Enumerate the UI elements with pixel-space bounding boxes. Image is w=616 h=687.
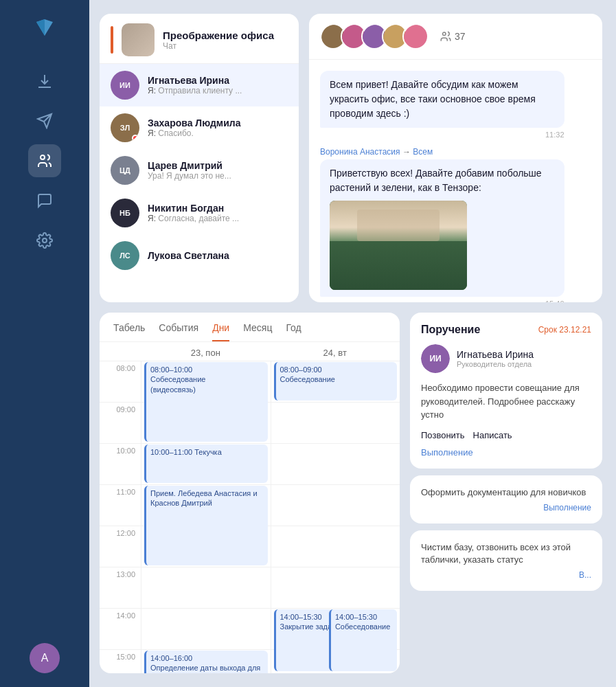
calendar-grid: 08:00 09:00 10:00 11:00 12:00 13:00 14:0… <box>100 361 400 673</box>
assignee-name: Игнатьева Ирина <box>457 349 534 360</box>
contact-name: Царев Дмитрий <box>148 160 288 171</box>
sidebar-item-download[interactable] <box>28 65 61 98</box>
avatar: ЦД <box>111 156 139 185</box>
contact-name: Игнатьева Ирина <box>148 75 288 86</box>
task-description: Необходимо провести совещание для руково… <box>421 381 591 422</box>
task-card: Чистим базу, отзвонить всех из этой табл… <box>410 530 602 591</box>
calendar-day-0: 08:00–10:00Собеседование(видеосвязь) 10:… <box>141 361 271 673</box>
chat-group-avatar <box>122 23 155 56</box>
time-slot: 10:00 <box>100 443 141 484</box>
avatar-image: А <box>30 643 60 673</box>
calendar-day-1: 08:00–09:00Собеседование 14:00–15:30Закр… <box>271 361 400 673</box>
member-count: 37 <box>440 30 466 43</box>
message-author: Воронина Анастасия → Всем <box>320 147 564 157</box>
sidebar-item-settings[interactable] <box>28 224 61 257</box>
time-slot: 13:00 <box>100 567 141 608</box>
time-slot: 09:00 <box>100 402 141 443</box>
sidebar-nav <box>28 65 61 643</box>
message-bubble: Всем привет! Давайте обсудим как можем у… <box>320 71 564 139</box>
top-row: Преображение офиса Чат ИИ Игнатьева Ирин… <box>100 14 602 302</box>
calendar-body: 23, пон 24, вт 08:00 09:00 10:00 11:00 1… <box>100 342 400 673</box>
chat-content-panel: 37 Всем привет! Давайте обсудим как може… <box>309 14 602 302</box>
deadline-label: Срок <box>538 325 560 335</box>
message-time: 11:32 <box>320 131 564 139</box>
participant-avatars <box>320 23 423 49</box>
time-slot: 08:00 <box>100 361 141 402</box>
list-item[interactable]: ЛС Лукова Светлана <box>100 234 299 277</box>
chat-group-title: Преображение офиса <box>163 30 288 41</box>
assignee-avatar: ИИ <box>421 344 450 373</box>
tab-tabel[interactable]: Табель <box>113 322 145 341</box>
members-icon <box>440 30 452 43</box>
task-status[interactable]: Выполнение <box>421 503 591 513</box>
chat-list-panel: Преображение офиса Чат ИИ Игнатьева Ирин… <box>100 14 299 302</box>
calendar-header-row: 23, пон 24, вт <box>100 342 400 361</box>
member-count-number: 37 <box>455 31 466 42</box>
avatar: ИИ <box>111 71 139 100</box>
sidebar-item-send[interactable] <box>28 104 61 137</box>
main-content: Преображение офиса Чат ИИ Игнатьева Ирин… <box>89 0 616 687</box>
calendar-event[interactable]: 08:00–10:00Собеседование(видеосвязь) <box>144 362 268 442</box>
task-card-header: Поручение Срок 23.12.21 <box>421 324 591 336</box>
message-text: Приветствую всех! Давайте добавим поболь… <box>320 159 564 297</box>
message-preview: Я: Согласна, давайте ... <box>148 214 288 223</box>
day-header-1: 24, вт <box>271 348 400 358</box>
tab-month[interactable]: Месяц <box>243 322 272 341</box>
contact-name: Захарова Людмила <box>148 117 288 128</box>
message-preview: Я: Спасибо. <box>148 128 288 138</box>
task-assignee: ИИ Игнатьева Ирина Руководитель отдела <box>421 344 591 373</box>
calendar-event[interactable]: 14:00–16:00Определение даты выхода для н… <box>144 651 268 673</box>
task-status[interactable]: Выполнение <box>421 447 591 458</box>
sidebar-item-contacts[interactable] <box>28 144 61 177</box>
calendar-tabs: Табель События Дни Месяц Год <box>100 313 400 342</box>
avatar: НБ <box>111 199 139 227</box>
task-actions: Позвонить Написать <box>421 430 591 440</box>
chat-messages: Всем привет! Давайте обсудим как можем у… <box>309 60 602 302</box>
day-header-0: 23, пон <box>141 348 271 358</box>
message-preview: Я: Отправила клиенту ... <box>148 86 288 95</box>
chat-header: 37 <box>309 14 602 60</box>
calendar-event[interactable]: 08:00–09:00Собеседование <box>274 362 398 401</box>
call-button[interactable]: Позвонить <box>421 430 465 440</box>
calendar-panel: Табель События Дни Месяц Год 23, пон 24,… <box>100 313 400 673</box>
user-avatar[interactable]: А <box>30 643 60 673</box>
write-button[interactable]: Написать <box>473 430 512 440</box>
calendar-event[interactable]: 10:00–11:00 Текучка <box>144 444 268 483</box>
calendar-scroll[interactable]: 08:00 09:00 10:00 11:00 12:00 13:00 14:0… <box>100 361 400 673</box>
task-status[interactable]: В... <box>421 570 591 580</box>
svg-point-0 <box>41 155 45 159</box>
avatar: ЗЛ <box>111 113 139 142</box>
online-indicator <box>132 135 139 142</box>
contact-name: Лукова Светлана <box>148 250 288 261</box>
list-item[interactable]: ЦД Царев Дмитрий Ура! Я думал это не... <box>100 149 299 192</box>
task-deadline: Срок 23.12.21 <box>538 325 591 335</box>
avatar <box>402 23 429 49</box>
app-logo[interactable] <box>30 14 60 44</box>
time-slot: 15:00 <box>100 649 141 673</box>
calendar-event[interactable]: 14:00–15:30Собеседование <box>329 609 397 671</box>
sidebar-item-chat[interactable] <box>28 184 61 217</box>
task-card: Оформить документацию для новичков Выпол… <box>410 475 602 523</box>
assignee-role: Руководитель отдела <box>457 360 534 368</box>
tab-year[interactable]: Год <box>286 322 301 341</box>
avatar: ЛС <box>111 241 139 270</box>
task-card-main: Поручение Срок 23.12.21 ИИ Игнатьева Ири… <box>410 313 602 469</box>
calendar-event[interactable]: Прием. Лебедева Анастасия и Краснов Дмит… <box>144 486 268 565</box>
message-time: 15:40 <box>320 300 564 302</box>
tab-days[interactable]: Дни <box>212 322 229 341</box>
list-item[interactable]: ИИ Игнатьева Ирина Я: Отправила клиенту … <box>100 64 299 106</box>
svg-point-2 <box>443 32 446 36</box>
message-image <box>330 201 467 290</box>
bottom-row: Табель События Дни Месяц Год 23, пон 24,… <box>100 313 602 673</box>
task-text: Чистим базу, отзвонить всех из этой табл… <box>421 541 591 566</box>
task-title: Поручение <box>421 324 480 336</box>
message-bubble: Воронина Анастасия → Всем Приветствую вс… <box>320 147 564 302</box>
time-slot: 11:00 <box>100 484 141 526</box>
sidebar: А <box>0 0 89 687</box>
list-item[interactable]: ЗЛ Захарова Людмила Я: Спасибо. <box>100 106 299 149</box>
calendar-days: 08:00–10:00Собеседование(видеосвязь) 10:… <box>141 361 400 673</box>
time-column: 08:00 09:00 10:00 11:00 12:00 13:00 14:0… <box>100 361 141 673</box>
tasks-panel: Поручение Срок 23.12.21 ИИ Игнатьева Ири… <box>410 313 602 673</box>
tab-events[interactable]: События <box>159 322 198 341</box>
list-item[interactable]: НБ Никитин Богдан Я: Согласна, давайте .… <box>100 192 299 234</box>
